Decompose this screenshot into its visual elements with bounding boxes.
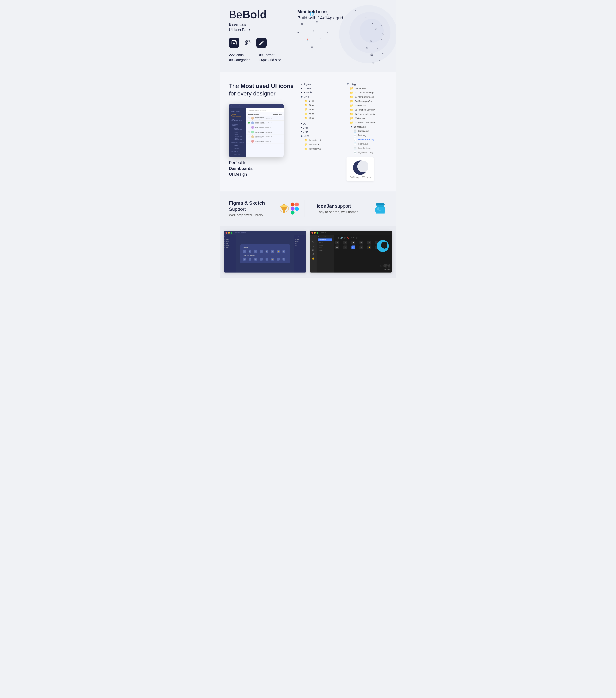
library-item-selected[interactable]: BeBold Icons <box>318 238 332 241</box>
svg-file-icon: 📄 <box>353 142 357 145</box>
mockup-sidebar: DASHBOARD USER MANAGEMENT DEP. MANAGEMEN… <box>229 108 246 157</box>
folder-icon: 📁 <box>350 104 353 107</box>
maximize-btn[interactable] <box>230 232 233 234</box>
toolbar-icon-tag[interactable]: 🏷 <box>312 253 314 255</box>
row-checkbox[interactable] <box>248 131 250 133</box>
row-checkbox[interactable] <box>248 117 250 119</box>
svg-file-icon: 📄 <box>353 134 357 137</box>
float-diamond2-icon: ◆ <box>297 31 299 34</box>
float-arrow2-icon: ⬆ <box>313 29 315 32</box>
library-item[interactable]: UI Icons <box>318 244 332 246</box>
crown-icon-btn[interactable]: ♛ <box>356 237 358 239</box>
row-checkbox[interactable] <box>248 127 250 128</box>
toolbar-icon-lock[interactable]: 🔒 <box>312 257 315 260</box>
hero-title-light: Be <box>229 9 242 21</box>
sidebar-mock-forms[interactable]: FORMS <box>232 144 246 147</box>
sidebar-mock-dep-mgmt[interactable]: DEP. MANAGEMENT <box>229 118 246 123</box>
sidebar-mock-user-mgmt[interactable]: USER MANAGEMENT <box>229 113 246 118</box>
float-bars3-icon: ≡ <box>380 39 382 41</box>
sidebar-mock-forms-indexes[interactable]: FORMS & INDEXES <box>229 141 246 144</box>
icon-cell[interactable]: ▽ <box>344 241 347 245</box>
sidebar-mock-roles[interactable]: ROLES <box>232 131 246 134</box>
icons-row-1: ⌂ 🔍 ☆ ♡ ⚙ ✉ 🔔 ⊕ <box>243 250 287 253</box>
iconjar-content: + ▽ ⌕ 🗑 🏷 🔒 Your Icon Sets BeBold Icons … <box>310 235 392 273</box>
toolbar-icon-trash[interactable]: 🗑 <box>312 249 314 251</box>
file-03-menu: 📁 03-Menu-interfaces <box>350 95 387 99</box>
sketch-icon <box>279 204 289 214</box>
file-light-mood: 📄 Light-mood.svg <box>353 150 387 154</box>
toolbar-icon-search[interactable]: ⌕ <box>312 245 314 247</box>
library-item[interactable]: Arrows <box>318 249 332 252</box>
file-illustrator10: 📁 Ilustrator 10 <box>304 138 341 142</box>
icon-cell[interactable]: — <box>335 246 339 249</box>
iconjar-window-title: IconJar <box>321 232 326 234</box>
png-children: 📁 14px 📁 16px 📁 24px 📁 48px 📁 96p <box>304 99 341 120</box>
figma-title: Figma & Sketch Support <box>229 200 276 212</box>
hero-stats: 222 icons 09 Format 09 Categories 14px G… <box>229 53 284 62</box>
sidebar-mock-forms-perms[interactable]: FORMS PERMISSIONS <box>232 134 246 137</box>
bookmark-icon-btn[interactable]: 🔖 <box>347 237 349 239</box>
sidebar-mock-admin-perms[interactable]: ADMIN PERMISSIONS <box>232 137 246 141</box>
minimize-btn[interactable] <box>228 232 230 234</box>
library-item[interactable]: Social <box>318 247 332 249</box>
row-checkbox[interactable] <box>248 140 250 142</box>
icon-cell-selected[interactable]: ☾ <box>351 246 355 249</box>
icon-cell[interactable]: ⊙ <box>344 246 347 249</box>
block-icon-btn[interactable]: ⊘ <box>344 237 346 239</box>
figma-support-text: Figma & Sketch Support Well-organized Li… <box>229 200 276 217</box>
row-checkbox[interactable] <box>248 136 250 138</box>
icon-cell[interactable]: ⊘ <box>367 241 371 245</box>
svg-point-14 <box>295 207 299 211</box>
grid-view-btn[interactable]: ⊞ <box>338 237 339 239</box>
dashboard-mockup: Employees > All DASHBOARD USER MANAGEMEN… <box>229 104 284 157</box>
hero-right: Mini bold icons Build with 14x14px grid … <box>284 9 387 65</box>
icon-cell: ⚑ <box>282 258 285 261</box>
register-date: 1st Apr, 16 <box>265 127 271 128</box>
row-checkbox[interactable] <box>248 122 250 124</box>
sidebar-mock-audit-log[interactable]: AUDIT LOG <box>232 153 246 155</box>
folder-icon: 📁 <box>304 116 308 120</box>
icon-cell[interactable]: 🗑 <box>335 241 339 245</box>
employee-name: Susan Stewart <box>255 141 264 142</box>
close-icon-btn[interactable]: ✕ <box>353 237 355 239</box>
sidebar-mock-monitor[interactable]: MONITOR <box>229 150 246 153</box>
float-dot-icon: ● <box>382 52 383 55</box>
toolbar-icon-filter[interactable]: ▽ <box>312 240 314 243</box>
folder-icon: 📁 <box>350 108 353 111</box>
close-btn[interactable] <box>225 232 227 234</box>
float-menu-icon: ≡ <box>316 20 318 23</box>
file-dot-icon: ▪ <box>301 87 302 90</box>
icon-cell: ✕ <box>260 258 263 261</box>
folder-icon: 📁 <box>350 121 353 124</box>
close-btn[interactable] <box>311 232 313 234</box>
moon-svg-preview <box>352 160 368 176</box>
avatar <box>251 135 254 138</box>
file-09-social: 📁 09-Social-Connection <box>350 121 387 125</box>
add-icon-btn[interactable]: + <box>335 237 337 239</box>
sketch-inspector: Inspector W: 14px H: 14px X: 0 Y: 0 <box>294 235 306 273</box>
icon-cell[interactable]: ◎ <box>360 241 363 245</box>
check-icon-btn[interactable]: ✓ <box>350 237 352 239</box>
icon-cell[interactable]: ⚑ <box>351 241 355 245</box>
float-gear-icon: ⚙ <box>374 27 377 31</box>
link-icon-btn[interactable]: 🔗 <box>340 237 343 239</box>
file-dark-mood[interactable]: 📄 Dark-mood.svg <box>353 137 387 142</box>
file-psd: ▪ .Psd <box>301 130 341 134</box>
maximize-btn[interactable] <box>317 232 318 234</box>
watermark: ui老爸 uil8.com <box>380 263 391 271</box>
minimize-btn[interactable] <box>314 232 316 234</box>
sidebar-mock-global-perms[interactable]: GLOBAL PERMISSIONS <box>232 127 246 131</box>
library-item[interactable]: General <box>318 241 332 243</box>
figma-sketch-icons <box>279 203 299 214</box>
toolbar-icon-add[interactable]: + <box>312 236 314 239</box>
jar-svg-icon: ✦ <box>373 201 387 215</box>
sidebar-mock-indexes[interactable]: INDEXES <box>232 147 246 150</box>
mockup-table-header: Employees Name Register Date <box>246 112 284 116</box>
icon-cell[interactable]: ☀ <box>360 246 363 249</box>
float-diamond3-icon: ◇ <box>311 45 313 48</box>
float-corner-icon: ⌐ <box>365 16 366 19</box>
sidebar-mock-access-control[interactable]: ACCESS CONTROL <box>229 123 246 127</box>
icon-cell: ✉ <box>271 250 274 253</box>
icon-cell[interactable]: ⚡ <box>367 246 371 249</box>
sidebar-mock-dashboard[interactable]: DASHBOARD <box>229 110 246 113</box>
